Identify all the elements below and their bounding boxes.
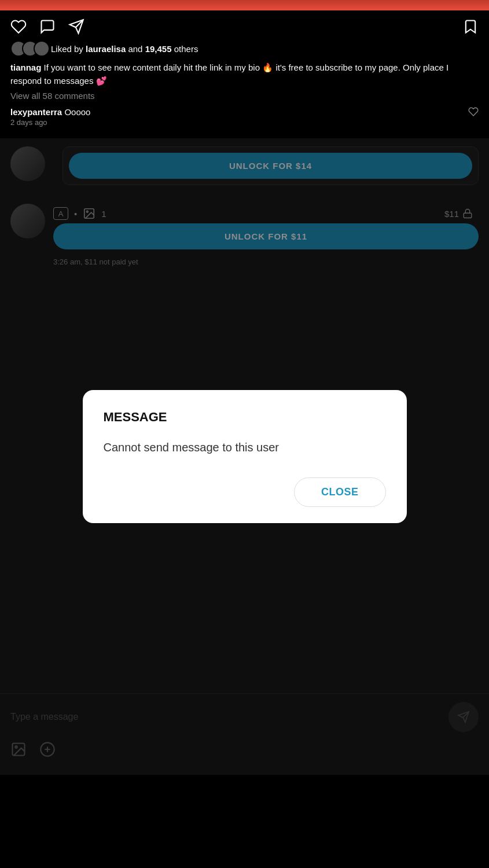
share-button[interactable] [68,19,84,35]
modal-overlay: MESSAGE Cannot send message to this user… [0,138,489,775]
post-image-strip [0,0,489,10]
avatar-3 [34,41,50,57]
comment-text: lexypanterra Ooooo [10,107,90,117]
dialog-body: Cannot send message to this user [104,441,386,454]
close-button[interactable]: CLOSE [294,477,386,507]
comment-timestamp: 2 days ago [0,118,489,133]
message-dialog: MESSAGE Cannot send message to this user… [83,390,407,523]
comment-body: Ooooo [62,107,90,117]
post-actions-left [10,19,84,35]
dialog-title: MESSAGE [104,410,386,425]
like-button[interactable] [10,19,27,35]
commenter-username[interactable]: lexypanterra [10,107,62,117]
comment-row: lexypanterra Ooooo [0,103,489,118]
view-comments-link[interactable]: View all 58 comments [0,91,489,103]
likes-row: Liked by lauraelisa and 19,455 others [0,41,489,61]
likes-avatars [10,41,45,57]
post-author[interactable]: tiannag [10,62,41,72]
comment-like-button[interactable] [468,106,479,117]
comment-button[interactable] [39,19,56,35]
likes-text: Liked by lauraelisa and 19,455 others [51,44,198,54]
instagram-post: Liked by lauraelisa and 19,455 others ti… [0,0,489,138]
dialog-actions: CLOSE [104,477,386,507]
messages-section: UNLOCK FOR $14 A • 1 $11 [0,138,489,775]
post-caption: tiannag If you want to see new content d… [0,61,489,91]
caption-text: If you want to see new content daily hit… [10,62,448,86]
post-actions-bar [0,10,489,41]
save-button[interactable] [462,19,479,35]
